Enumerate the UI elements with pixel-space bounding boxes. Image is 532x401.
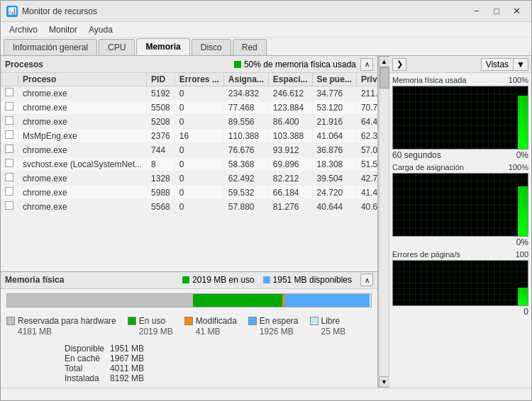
legend-color-icon bbox=[128, 317, 136, 325]
row-check[interactable] bbox=[1, 115, 18, 129]
procesos-header-right: 50% de memoria física usada ∧ bbox=[234, 58, 373, 71]
tab-cpu[interactable]: CPU bbox=[99, 39, 135, 55]
row-errores: 0 bbox=[174, 200, 223, 214]
row-asigna: 89.556 bbox=[223, 115, 268, 129]
graph-label-row-mem-fisica: Memoria física usada 100% bbox=[392, 76, 528, 84]
vistas-label[interactable]: Vistas bbox=[481, 58, 514, 71]
row-check[interactable] bbox=[1, 157, 18, 171]
row-espaci: 246.612 bbox=[268, 86, 312, 101]
row-espaci: 93.912 bbox=[268, 143, 312, 157]
graph-title-errores: Errores de página/s bbox=[392, 250, 460, 259]
graph-pct-mem-fisica: 100% bbox=[509, 76, 528, 84]
process-table-container[interactable]: Proceso PID Errores ... Asigna... Espaci… bbox=[1, 73, 377, 271]
table-row[interactable]: chrome.exe 744 0 76.676 93.912 36.876 57… bbox=[1, 143, 377, 157]
row-pid: 5508 bbox=[147, 101, 175, 115]
col-proceso[interactable]: Proceso bbox=[18, 73, 147, 86]
vistas-arrow-icon[interactable]: ▼ bbox=[514, 58, 528, 71]
table-row[interactable]: chrome.exe 5568 0 57.880 81.276 40.644 4… bbox=[1, 200, 377, 214]
table-row[interactable]: svchost.exe (LocalSystemNet... 8 0 58.36… bbox=[1, 157, 377, 171]
row-name: svchost.exe (LocalSystemNet... bbox=[18, 157, 147, 171]
legend-color-icon bbox=[184, 317, 193, 325]
row-sepue: 40.644 bbox=[312, 200, 356, 214]
row-espaci: 82.212 bbox=[268, 171, 312, 186]
graph-label-row-carga: Carga de asignación 100% bbox=[392, 163, 528, 171]
menu-monitor[interactable]: Monitor bbox=[43, 23, 83, 36]
procesos-header: Procesos 50% de memoria física usada ∧ bbox=[1, 56, 377, 73]
row-espaci: 86.400 bbox=[268, 115, 312, 129]
vistas-button[interactable]: Vistas ▼ bbox=[481, 58, 528, 71]
row-name: chrome.exe bbox=[18, 186, 147, 200]
row-name: chrome.exe bbox=[18, 115, 147, 129]
table-row[interactable]: MsMpEng.exe 2376 16 110.388 103.388 41.0… bbox=[1, 129, 377, 143]
col-pid[interactable]: PID bbox=[147, 73, 175, 86]
minimize-button[interactable]: − bbox=[467, 4, 486, 18]
maximize-button[interactable]: □ bbox=[487, 4, 506, 18]
row-errores: 0 bbox=[174, 171, 223, 186]
row-sepue: 53.120 bbox=[312, 101, 356, 115]
menu-ayuda[interactable]: Ayuda bbox=[83, 23, 118, 36]
expand-button[interactable]: ❯ bbox=[392, 58, 406, 71]
legend-item: Libre25 MB bbox=[310, 316, 346, 338]
stat-value: 1967 MB bbox=[110, 354, 144, 363]
mem-fisica-collapse-button[interactable]: ∧ bbox=[360, 273, 373, 286]
table-row[interactable]: chrome.exe 1328 0 62.492 82.212 39.504 4… bbox=[1, 171, 377, 186]
menu-archivo[interactable]: Archivo bbox=[4, 23, 43, 36]
col-errores[interactable]: Errores ... bbox=[174, 73, 223, 86]
row-check[interactable] bbox=[1, 86, 18, 101]
procesos-collapse-button[interactable]: ∧ bbox=[360, 58, 373, 71]
graph-sub-left-mem-fisica: 60 segundos bbox=[392, 150, 441, 160]
disponibles-dot-icon bbox=[263, 276, 270, 283]
row-privada: 40.632 bbox=[356, 200, 377, 214]
row-name: MsMpEng.exe bbox=[18, 129, 147, 143]
table-row[interactable]: chrome.exe 5988 0 59.532 66.184 24.720 4… bbox=[1, 186, 377, 200]
tab-info[interactable]: Información general bbox=[4, 39, 97, 55]
stat-label: Disponible bbox=[65, 344, 110, 354]
scroll-thumb[interactable] bbox=[379, 67, 389, 89]
stat-value: 4011 MB bbox=[110, 363, 144, 373]
graph-sub-right-mem-fisica: 0% bbox=[516, 150, 528, 160]
tab-disco[interactable]: Disco bbox=[192, 39, 231, 55]
tab-red[interactable]: Red bbox=[233, 39, 267, 55]
table-row[interactable]: chrome.exe 5208 0 89.556 86.400 21.916 6… bbox=[1, 115, 377, 129]
scrollbar[interactable]: ▲ ▼ bbox=[378, 56, 389, 388]
row-check[interactable] bbox=[1, 200, 18, 214]
graph-sub-label-mem-fisica: 60 segundos 0% bbox=[392, 150, 528, 160]
app-icon: 📊 bbox=[6, 6, 18, 17]
col-asigna[interactable]: Asigna... bbox=[223, 73, 268, 86]
row-pid: 5568 bbox=[147, 200, 175, 214]
tab-memoria[interactable]: Memoria bbox=[136, 38, 189, 55]
scroll-track[interactable] bbox=[379, 67, 389, 376]
close-button[interactable]: ✕ bbox=[507, 4, 526, 18]
row-sepue: 24.720 bbox=[312, 186, 356, 200]
mem-indicator: 50% de memoria física usada bbox=[234, 60, 356, 69]
row-espaci: 123.884 bbox=[268, 101, 312, 115]
process-table: Proceso PID Errores ... Asigna... Espaci… bbox=[1, 73, 377, 214]
scroll-down-button[interactable]: ▼ bbox=[379, 376, 390, 388]
menu-bar: Archivo Monitor Ayuda bbox=[1, 22, 531, 38]
row-check[interactable] bbox=[1, 186, 18, 200]
row-check[interactable] bbox=[1, 171, 18, 186]
inuso-badge: 2019 MB en uso bbox=[182, 275, 254, 285]
scroll-up-button[interactable]: ▲ bbox=[379, 56, 390, 67]
mem-bar-area bbox=[1, 289, 377, 313]
col-check bbox=[1, 73, 18, 86]
row-sepue: 41.064 bbox=[312, 129, 356, 143]
col-privada[interactable]: Privada... bbox=[356, 73, 377, 86]
procesos-title: Procesos bbox=[5, 60, 43, 69]
col-sepue[interactable]: Se pue... bbox=[312, 73, 356, 86]
mem-stats: Disponible 1951 MB En caché 1967 MB Tota… bbox=[1, 341, 377, 388]
row-privada: 62.324 bbox=[356, 129, 377, 143]
row-check[interactable] bbox=[1, 143, 18, 157]
row-check[interactable] bbox=[1, 129, 18, 143]
legend-color-icon bbox=[248, 317, 257, 325]
table-row[interactable]: chrome.exe 5192 0 234.832 246.612 34.776… bbox=[1, 86, 377, 101]
table-row[interactable]: chrome.exe 5508 0 77.468 123.884 53.120 … bbox=[1, 101, 377, 115]
col-espaci[interactable]: Espaci... bbox=[268, 73, 312, 86]
row-privada: 64.484 bbox=[356, 115, 377, 129]
legend-item: En uso2019 MB bbox=[128, 316, 173, 338]
legend-text: Libre25 MB bbox=[321, 316, 346, 338]
row-check[interactable] bbox=[1, 101, 18, 115]
row-name: chrome.exe bbox=[18, 86, 147, 101]
row-asigna: 110.388 bbox=[223, 129, 268, 143]
legend-item: En espera1926 MB bbox=[248, 316, 299, 338]
